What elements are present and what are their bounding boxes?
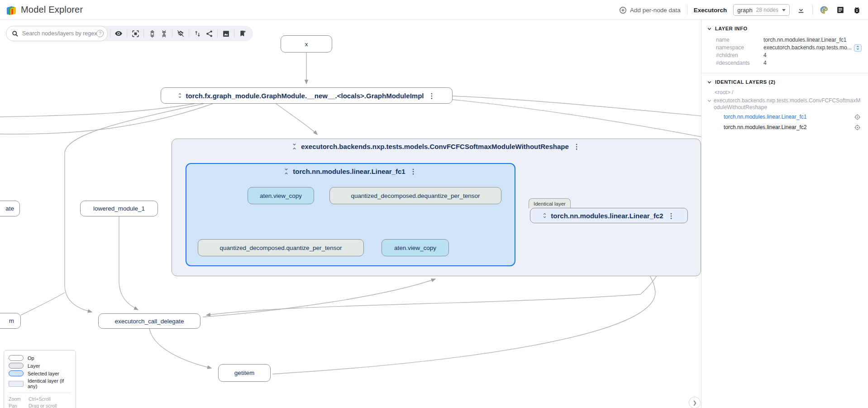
swap-vert-icon	[194, 30, 201, 38]
chevron-down-icon	[707, 80, 712, 85]
namespace-expand-button[interactable]	[854, 44, 862, 52]
info-row-descendants: #descendants 4	[701, 59, 868, 67]
search-help-icon[interactable]: ?	[96, 30, 104, 37]
chevron-down-icon	[782, 9, 786, 11]
image-icon	[222, 30, 230, 38]
node-x[interactable]: x	[281, 35, 332, 53]
tree-namespace-row: executorch.backends.nxp.tests.models.Con…	[707, 97, 863, 111]
toggle-visibility-button[interactable]	[113, 28, 124, 39]
layer-link-fc1[interactable]: torch.nn.modules.linear.Linear_fc1	[724, 114, 806, 121]
report-bug-button[interactable]	[852, 5, 862, 15]
info-panel: LAYER INFO name torch.nn.modules.linear.…	[701, 20, 868, 408]
bookmark-button[interactable]	[237, 28, 248, 39]
cluster-menu-button[interactable]: ⋮	[572, 143, 581, 150]
search-box: ?	[6, 26, 108, 41]
search-input[interactable]	[22, 30, 96, 37]
node-linear-fc2[interactable]: torch.nn.modules.linear.Linear_fc2 ⋮	[530, 208, 688, 223]
node-lowered-module-1[interactable]: lowered_module_1	[80, 201, 158, 216]
graph-toolbar: ?	[6, 26, 253, 41]
add-per-node-data-button[interactable]: Add per-node data	[619, 6, 681, 14]
bug-icon	[853, 6, 861, 14]
top-bar: Model Explorer Add per-node data Executo…	[0, 0, 868, 20]
graph-selector-dropdown[interactable]: graph 28 nodes	[733, 4, 790, 16]
locate-layer-button[interactable]	[854, 114, 861, 120]
graph-canvas[interactable]: executorch.backends.nxp.tests.models.Con…	[0, 20, 701, 408]
layer-link-fc2[interactable]: torch.nn.modules.linear.Linear_fc2	[724, 124, 806, 131]
graph-legend: Op Layer Selected layer Identical layer …	[4, 350, 76, 408]
trace-inputs-button[interactable]	[203, 28, 215, 39]
expand-layer-icon[interactable]	[542, 212, 547, 219]
legend-layer-swatch	[9, 363, 24, 369]
node-view-copy-2[interactable]: aten.view_copy	[382, 239, 449, 256]
graph-module-menu-button[interactable]: ⋮	[427, 92, 436, 99]
app-title: Model Explorer	[21, 5, 83, 15]
node-clipped-left-bottom[interactable]: m	[0, 313, 21, 329]
download-icon	[797, 6, 805, 14]
info-row-namespace: namespace executorch.backends.nxp.tests.…	[701, 44, 868, 52]
panel-collapse-button[interactable]: ❯	[689, 397, 701, 408]
center-focus-icon	[132, 30, 139, 38]
identical-layers-section-header[interactable]: IDENTICAL LAYERS (2)	[701, 73, 868, 85]
collapse-layer-icon[interactable]	[291, 143, 297, 150]
node-getitem[interactable]: getitem	[218, 364, 271, 382]
layer-info-section-header[interactable]: LAYER INFO	[701, 20, 868, 31]
cluster-title-row: executorch.backends.nxp.tests.models.Con…	[172, 143, 701, 150]
target-icon	[854, 124, 861, 131]
divider	[143, 29, 144, 38]
fc1-menu-button[interactable]: ⋮	[409, 168, 418, 175]
fc2-menu-button[interactable]: ⋮	[667, 212, 676, 219]
divider	[189, 29, 189, 38]
divider	[217, 29, 218, 38]
info-row-children: #children 4	[701, 52, 868, 59]
theme-palette-button[interactable]	[819, 5, 829, 15]
node-view-copy-1[interactable]: aten.view_copy	[248, 187, 314, 204]
divider	[127, 29, 127, 38]
plus-circle-icon	[619, 6, 627, 14]
node-graph-module[interactable]: torch.fx.graph_module.GraphModule.__new_…	[161, 87, 453, 104]
bookmark-add-icon	[239, 30, 246, 38]
legend-op-swatch	[9, 355, 24, 361]
export-image-button[interactable]	[220, 28, 232, 39]
legend-identical-swatch	[9, 381, 24, 387]
collapse-layer-icon[interactable]	[283, 168, 289, 175]
identical-layers-tree: <root> / executorch.backends.nxp.tests.m…	[701, 85, 868, 133]
chevron-down-icon	[707, 26, 712, 31]
search-icon	[12, 30, 19, 37]
model-name: Executorch	[694, 7, 727, 14]
chevron-down-icon[interactable]	[707, 97, 712, 111]
app-logo-icon	[6, 5, 17, 15]
identical-layer-item-fc1: torch.nn.modules.linear.Linear_fc1	[707, 112, 863, 122]
node-quantize-per-tensor[interactable]: quantized_decomposed.quantize_per_tensor	[198, 239, 364, 256]
expand-all-layers-button[interactable]	[146, 28, 158, 39]
expand-all-icon	[149, 30, 156, 38]
fc1-label: torch.nn.modules.linear.Linear_fc1	[293, 168, 405, 175]
node-dequantize-per-tensor[interactable]: quantized_decomposed.dequantize_per_tens…	[329, 187, 501, 204]
collapse-all-icon	[161, 30, 167, 38]
divider	[9, 393, 71, 393]
locate-layer-button[interactable]	[854, 124, 861, 131]
node-clipped-left-top[interactable]: ate	[0, 201, 20, 216]
fit-to-screen-button[interactable]	[129, 28, 141, 39]
download-graph-button[interactable]	[796, 5, 806, 15]
eye-icon	[114, 29, 123, 38]
flatten-layers-button[interactable]	[191, 28, 203, 39]
expand-layer-icon[interactable]	[177, 92, 182, 99]
identical-layer-tag: Identical layer	[529, 198, 571, 208]
collapse-all-layers-button[interactable]	[158, 28, 170, 39]
legend-selected-swatch	[9, 370, 24, 376]
layers-off-icon	[176, 29, 185, 38]
divider	[234, 29, 234, 38]
target-icon	[854, 114, 861, 120]
node-executorch-call-delegate[interactable]: executorch_call_delegate	[98, 313, 200, 329]
info-row-name: name torch.nn.modules.linear.Linear_fc1	[701, 36, 868, 44]
hide-layers-button[interactable]	[175, 28, 186, 39]
divider	[110, 29, 110, 38]
fc1-title-row: torch.nn.modules.linear.Linear_fc1 ⋮	[186, 168, 515, 175]
docs-button[interactable]	[835, 5, 845, 15]
divider	[812, 5, 813, 15]
identical-layer-item-fc2: torch.nn.modules.linear.Linear_fc2	[707, 123, 863, 133]
divider	[172, 29, 172, 38]
cluster-label: executorch.backends.nxp.tests.models.Con…	[301, 143, 569, 150]
document-icon	[836, 6, 844, 14]
graph-trace-icon	[205, 30, 213, 38]
